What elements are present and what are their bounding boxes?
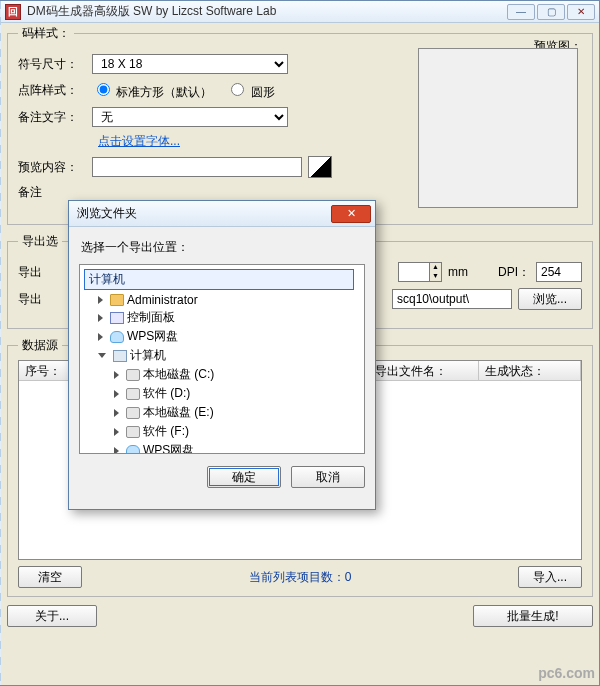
tree-item-administrator[interactable]: Administrator <box>98 292 362 308</box>
style-group: 码样式： 预览图： 符号尺寸： 18 X 18 点阵样式： 标准方形（默认） 圆… <box>7 25 593 225</box>
left-decorative-strip <box>0 1 1 685</box>
clear-button[interactable]: 清空 <box>18 566 82 588</box>
symbol-size-select[interactable]: 18 X 18 <box>92 54 288 74</box>
export-line2-label: 导出 <box>18 291 42 308</box>
dialog-prompt: 选择一个导出位置： <box>81 239 365 256</box>
expand-icon[interactable] <box>114 371 119 379</box>
note-under-label: 备注 <box>18 184 86 201</box>
drive-icon <box>126 426 140 438</box>
dpi-label: DPI： <box>498 264 530 281</box>
batch-generate-button[interactable]: 批量生成! <box>473 605 593 627</box>
folder-tree[interactable]: 计算机 Administrator 控制面板 WPS网盘 计算机 本地磁盘 (C… <box>79 264 365 454</box>
dot-style-label: 点阵样式： <box>18 82 86 99</box>
expand-icon[interactable] <box>98 333 103 341</box>
drive-icon <box>126 407 140 419</box>
maximize-button[interactable]: ▢ <box>537 4 565 20</box>
dialog-titlebar: 浏览文件夹 ✕ <box>69 201 375 227</box>
spinner-down-icon[interactable]: ▼ <box>429 272 441 281</box>
dialog-close-button[interactable]: ✕ <box>331 205 371 223</box>
close-button[interactable]: ✕ <box>567 4 595 20</box>
import-button[interactable]: 导入... <box>518 566 582 588</box>
browse-folder-dialog: 浏览文件夹 ✕ 选择一个导出位置： 计算机 Administrator 控制面板… <box>68 200 376 510</box>
window-title: DM码生成器高级版 SW by Lizcst Software Lab <box>27 3 507 20</box>
cloud-icon <box>126 445 140 455</box>
computer-icon <box>113 350 127 362</box>
tree-item-computer[interactable]: 计算机 <box>98 346 362 365</box>
expand-icon[interactable] <box>114 428 119 436</box>
expand-icon[interactable] <box>114 447 119 455</box>
tree-item-drive-d[interactable]: 软件 (D:) <box>114 384 362 403</box>
dot-style-circle-radio[interactable] <box>231 83 244 96</box>
color-swatch[interactable] <box>308 156 332 178</box>
output-path-input[interactable] <box>392 289 512 309</box>
about-button[interactable]: 关于... <box>7 605 97 627</box>
dot-style-circle[interactable]: 圆形 <box>226 80 274 101</box>
folder-icon <box>110 294 124 306</box>
titlebar: 回 DM码生成器高级版 SW by Lizcst Software Lab — … <box>1 1 599 23</box>
browse-button[interactable]: 浏览... <box>518 288 582 310</box>
tree-item-wps-nested[interactable]: WPS网盘 <box>114 441 362 454</box>
expand-icon[interactable] <box>98 296 103 304</box>
size-spinner-input[interactable] <box>399 263 429 281</box>
dialog-body: 选择一个导出位置： 计算机 Administrator 控制面板 WPS网盘 计… <box>69 227 375 498</box>
symbol-size-label: 符号尺寸： <box>18 56 86 73</box>
expand-icon[interactable] <box>114 390 119 398</box>
font-link[interactable]: 点击设置字体... <box>98 133 180 150</box>
minimize-button[interactable]: — <box>507 4 535 20</box>
dot-style-square[interactable]: 标准方形（默认） <box>92 80 212 101</box>
watermark: pc6.com <box>538 665 595 681</box>
dialog-ok-button[interactable]: 确定 <box>207 466 281 488</box>
collapse-icon[interactable] <box>98 353 106 358</box>
export-line1-label: 导出 <box>18 264 42 281</box>
tree-item-wps[interactable]: WPS网盘 <box>98 327 362 346</box>
mm-unit: mm <box>448 265 468 279</box>
data-legend: 数据源 <box>18 337 62 354</box>
preview-content-input[interactable] <box>92 157 302 177</box>
style-legend: 码样式： <box>18 25 74 42</box>
col-status[interactable]: 生成状态： <box>479 361 581 380</box>
selected-path-input[interactable]: 计算机 <box>84 269 354 290</box>
drive-icon <box>126 388 140 400</box>
expand-icon[interactable] <box>114 409 119 417</box>
spinner-up-icon[interactable]: ▲ <box>429 263 441 272</box>
tree-item-drive-c[interactable]: 本地磁盘 (C:) <box>114 365 362 384</box>
app-icon: 回 <box>5 4 21 20</box>
col-filename[interactable]: 导出文件名： <box>369 361 479 380</box>
dialog-cancel-button[interactable]: 取消 <box>291 466 365 488</box>
preview-content-label: 预览内容： <box>18 159 86 176</box>
cloud-icon <box>110 331 124 343</box>
size-spinner[interactable]: ▲▼ <box>398 262 442 282</box>
dpi-input[interactable] <box>536 262 582 282</box>
control-panel-icon <box>110 312 124 324</box>
drive-icon <box>126 369 140 381</box>
tree-item-control-panel[interactable]: 控制面板 <box>98 308 362 327</box>
dot-style-square-radio[interactable] <box>97 83 110 96</box>
expand-icon[interactable] <box>98 314 103 322</box>
tree-item-drive-f[interactable]: 软件 (F:) <box>114 422 362 441</box>
preview-box <box>418 48 578 208</box>
note-text-select[interactable]: 无 <box>92 107 288 127</box>
status-text: 当前列表项目数：0 <box>90 569 510 586</box>
export-legend: 导出选 <box>18 233 62 250</box>
dialog-title: 浏览文件夹 <box>77 205 331 222</box>
window-buttons: — ▢ ✕ <box>507 4 595 20</box>
tree-item-drive-e[interactable]: 本地磁盘 (E:) <box>114 403 362 422</box>
note-text-label: 备注文字： <box>18 109 86 126</box>
